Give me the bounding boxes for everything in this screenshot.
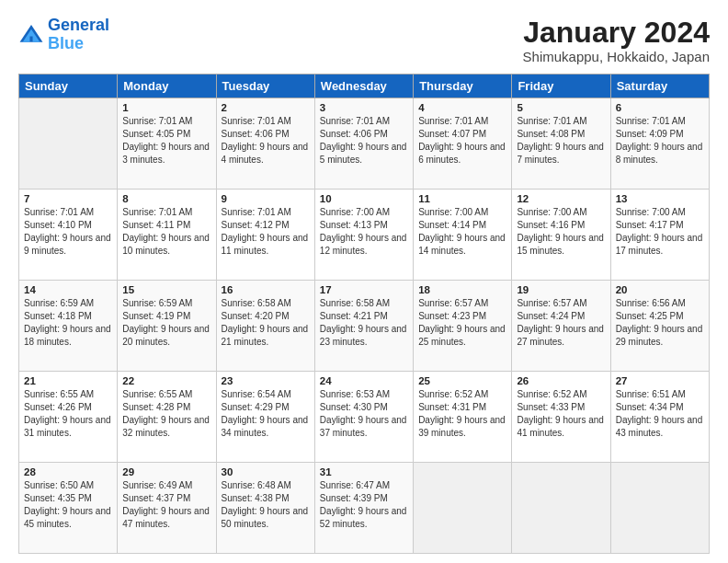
calendar-cell: 6Sunrise: 7:01 AMSunset: 4:09 PMDaylight… (610, 98, 709, 190)
day-info: Sunrise: 6:56 AMSunset: 4:25 PMDaylight:… (616, 297, 704, 349)
logo-icon (18, 22, 44, 48)
calendar-cell: 19Sunrise: 6:57 AMSunset: 4:24 PMDayligh… (512, 281, 610, 372)
day-number: 6 (616, 102, 704, 113)
day-number: 12 (517, 193, 605, 204)
day-number: 31 (320, 466, 408, 477)
calendar-table: SundayMondayTuesdayWednesdayThursdayFrid… (18, 74, 710, 554)
main-title: January 2024 (523, 17, 710, 49)
calendar-cell: 22Sunrise: 6:55 AMSunset: 4:28 PMDayligh… (118, 372, 216, 463)
header: General Blue January 2024 Shimukappu, Ho… (18, 17, 710, 64)
day-info: Sunrise: 7:01 AMSunset: 4:11 PMDaylight:… (122, 206, 210, 258)
day-number: 30 (222, 466, 310, 477)
day-number: 5 (517, 102, 605, 113)
day-number: 29 (122, 466, 210, 477)
day-number: 2 (222, 102, 310, 113)
day-info: Sunrise: 7:00 AMSunset: 4:14 PMDaylight:… (418, 206, 506, 258)
calendar-cell: 28Sunrise: 6:50 AMSunset: 4:35 PMDayligh… (19, 463, 118, 554)
logo: General Blue (18, 17, 109, 53)
calendar-cell: 30Sunrise: 6:48 AMSunset: 4:38 PMDayligh… (216, 463, 314, 554)
day-number: 3 (320, 102, 408, 113)
day-number: 21 (24, 375, 112, 386)
day-number: 13 (616, 193, 704, 204)
calendar-cell: 23Sunrise: 6:54 AMSunset: 4:29 PMDayligh… (216, 372, 314, 463)
day-info: Sunrise: 6:51 AMSunset: 4:34 PMDaylight:… (616, 388, 704, 440)
day-info: Sunrise: 7:01 AMSunset: 4:09 PMDaylight:… (616, 115, 704, 167)
day-number: 23 (222, 375, 310, 386)
day-info: Sunrise: 6:55 AMSunset: 4:28 PMDaylight:… (122, 388, 210, 440)
week-row-1: 1Sunrise: 7:01 AMSunset: 4:05 PMDaylight… (19, 98, 710, 190)
calendar-cell: 2Sunrise: 7:01 AMSunset: 4:06 PMDaylight… (216, 98, 314, 190)
day-header-friday: Friday (512, 75, 610, 98)
day-number: 4 (418, 102, 506, 113)
day-header-thursday: Thursday (414, 75, 512, 98)
day-number: 24 (320, 375, 408, 386)
calendar-cell (610, 463, 709, 554)
day-info: Sunrise: 6:50 AMSunset: 4:35 PMDaylight:… (24, 479, 112, 531)
day-number: 16 (222, 284, 310, 295)
week-row-4: 21Sunrise: 6:55 AMSunset: 4:26 PMDayligh… (19, 372, 710, 463)
calendar-cell: 3Sunrise: 7:01 AMSunset: 4:06 PMDaylight… (314, 98, 413, 190)
day-info: Sunrise: 6:54 AMSunset: 4:29 PMDaylight:… (222, 388, 310, 440)
day-info: Sunrise: 6:52 AMSunset: 4:31 PMDaylight:… (418, 388, 506, 440)
day-number: 15 (122, 284, 210, 295)
day-info: Sunrise: 6:58 AMSunset: 4:21 PMDaylight:… (320, 297, 408, 349)
calendar-cell: 7Sunrise: 7:01 AMSunset: 4:10 PMDaylight… (19, 190, 118, 281)
day-info: Sunrise: 6:49 AMSunset: 4:37 PMDaylight:… (122, 479, 210, 531)
day-info: Sunrise: 6:57 AMSunset: 4:23 PMDaylight:… (418, 297, 506, 349)
day-info: Sunrise: 7:00 AMSunset: 4:17 PMDaylight:… (616, 206, 704, 258)
day-info: Sunrise: 6:57 AMSunset: 4:24 PMDaylight:… (517, 297, 605, 349)
day-info: Sunrise: 6:47 AMSunset: 4:39 PMDaylight:… (320, 479, 408, 531)
day-info: Sunrise: 7:01 AMSunset: 4:08 PMDaylight:… (517, 115, 605, 167)
day-info: Sunrise: 7:01 AMSunset: 4:06 PMDaylight:… (222, 115, 310, 167)
calendar-cell (19, 98, 118, 190)
day-number: 20 (616, 284, 704, 295)
day-info: Sunrise: 7:00 AMSunset: 4:16 PMDaylight:… (517, 206, 605, 258)
day-number: 27 (616, 375, 704, 386)
day-info: Sunrise: 7:01 AMSunset: 4:06 PMDaylight:… (320, 115, 408, 167)
week-row-3: 14Sunrise: 6:59 AMSunset: 4:18 PMDayligh… (19, 281, 710, 372)
day-header-wednesday: Wednesday (314, 75, 413, 98)
day-number: 8 (122, 193, 210, 204)
day-header-saturday: Saturday (610, 75, 709, 98)
calendar-cell: 20Sunrise: 6:56 AMSunset: 4:25 PMDayligh… (610, 281, 709, 372)
calendar-cell: 26Sunrise: 6:52 AMSunset: 4:33 PMDayligh… (512, 372, 610, 463)
calendar-cell: 24Sunrise: 6:53 AMSunset: 4:30 PMDayligh… (314, 372, 413, 463)
calendar-cell (512, 463, 610, 554)
day-header-tuesday: Tuesday (216, 75, 314, 98)
calendar-cell: 4Sunrise: 7:01 AMSunset: 4:07 PMDaylight… (414, 98, 512, 190)
day-number: 10 (320, 193, 408, 204)
calendar-cell: 13Sunrise: 7:00 AMSunset: 4:17 PMDayligh… (610, 190, 709, 281)
day-number: 19 (517, 284, 605, 295)
day-info: Sunrise: 7:01 AMSunset: 4:07 PMDaylight:… (418, 115, 506, 167)
day-number: 18 (418, 284, 506, 295)
day-number: 17 (320, 284, 408, 295)
calendar-cell (414, 463, 512, 554)
day-info: Sunrise: 6:59 AMSunset: 4:19 PMDaylight:… (122, 297, 210, 349)
day-info: Sunrise: 6:55 AMSunset: 4:26 PMDaylight:… (24, 388, 112, 440)
day-number: 11 (418, 193, 506, 204)
calendar-cell: 5Sunrise: 7:01 AMSunset: 4:08 PMDaylight… (512, 98, 610, 190)
calendar-cell: 15Sunrise: 6:59 AMSunset: 4:19 PMDayligh… (118, 281, 216, 372)
day-info: Sunrise: 7:01 AMSunset: 4:10 PMDaylight:… (24, 206, 112, 258)
calendar-cell: 8Sunrise: 7:01 AMSunset: 4:11 PMDaylight… (118, 190, 216, 281)
day-info: Sunrise: 7:01 AMSunset: 4:12 PMDaylight:… (222, 206, 310, 258)
calendar-cell: 10Sunrise: 7:00 AMSunset: 4:13 PMDayligh… (314, 190, 413, 281)
calendar-cell: 29Sunrise: 6:49 AMSunset: 4:37 PMDayligh… (118, 463, 216, 554)
title-block: January 2024 Shimukappu, Hokkaido, Japan (523, 17, 710, 64)
day-info: Sunrise: 7:01 AMSunset: 4:05 PMDaylight:… (122, 115, 210, 167)
week-row-5: 28Sunrise: 6:50 AMSunset: 4:35 PMDayligh… (19, 463, 710, 554)
calendar-cell: 21Sunrise: 6:55 AMSunset: 4:26 PMDayligh… (19, 372, 118, 463)
day-header-sunday: Sunday (19, 75, 118, 98)
calendar-cell: 9Sunrise: 7:01 AMSunset: 4:12 PMDaylight… (216, 190, 314, 281)
calendar-cell: 1Sunrise: 7:01 AMSunset: 4:05 PMDaylight… (118, 98, 216, 190)
day-header-monday: Monday (118, 75, 216, 98)
day-info: Sunrise: 6:59 AMSunset: 4:18 PMDaylight:… (24, 297, 112, 349)
calendar-cell: 12Sunrise: 7:00 AMSunset: 4:16 PMDayligh… (512, 190, 610, 281)
day-number: 28 (24, 466, 112, 477)
day-info: Sunrise: 6:48 AMSunset: 4:38 PMDaylight:… (222, 479, 310, 531)
day-number: 14 (24, 284, 112, 295)
calendar-cell: 31Sunrise: 6:47 AMSunset: 4:39 PMDayligh… (314, 463, 413, 554)
day-number: 26 (517, 375, 605, 386)
calendar-cell: 25Sunrise: 6:52 AMSunset: 4:31 PMDayligh… (414, 372, 512, 463)
calendar-cell: 27Sunrise: 6:51 AMSunset: 4:34 PMDayligh… (610, 372, 709, 463)
